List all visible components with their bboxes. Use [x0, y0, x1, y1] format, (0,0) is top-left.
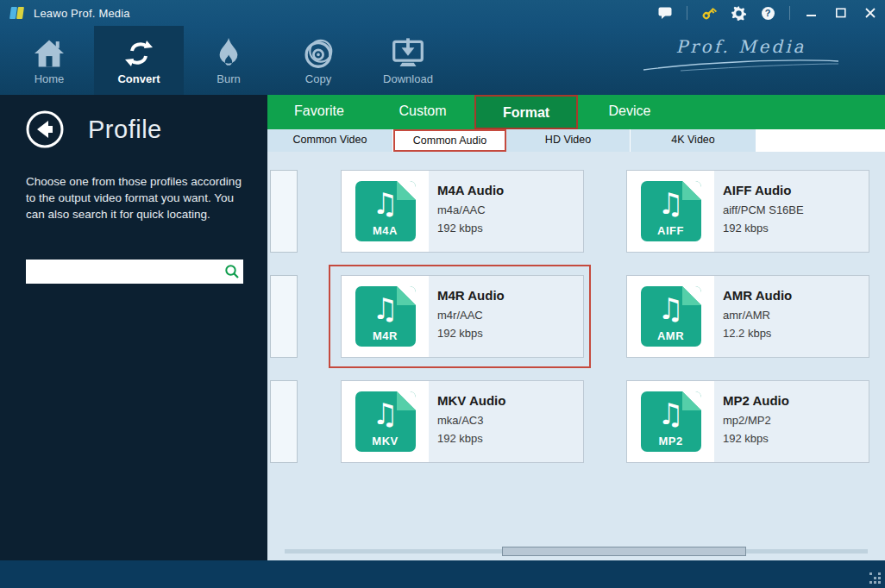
nav-label: Download — [363, 72, 453, 85]
format-badge: AIFF — [641, 224, 701, 237]
subtab-4k-video[interactable]: 4K Video — [631, 129, 756, 152]
convert-arrows-icon — [94, 36, 184, 71]
profile-card-mp2[interactable]: ♫ MP2 MP2 Audio mp2/MP2 192 kbps — [626, 380, 869, 463]
profile-title: M4A Audio — [437, 183, 583, 197]
main-tab-bar: Favorite Custom Format Device — [267, 95, 885, 129]
profile-codec: m4a/AAC — [437, 203, 583, 216]
profile-codec: mp2/MP2 — [723, 414, 869, 427]
format-badge: MKV — [355, 435, 416, 447]
file-icon-wrap: ♫ MKV — [342, 381, 429, 462]
profile-card-m4r[interactable]: ♫ M4R M4R Audio m4r/AAC 192 kbps — [341, 275, 584, 358]
profile-codec: aiff/PCM S16BE — [723, 203, 869, 216]
profile-grid: ♫ M4A M4A Audio m4a/AAC 192 kbps ♫ AIFF … — [267, 152, 885, 560]
nav-item-copy[interactable]: Copy — [273, 26, 363, 95]
app-window: Leawo Prof. Media ? — [0, 0, 885, 588]
nav-label: Convert — [94, 72, 184, 85]
profile-card-aiff[interactable]: ♫ AIFF AIFF Audio aiff/PCM S16BE 192 kbp… — [626, 170, 869, 253]
profile-title: MKV Audio — [437, 393, 583, 408]
profile-card-amr[interactable]: ♫ AMR AMR Audio amr/AMR 12.2 kbps — [626, 275, 869, 358]
titlebar-separator — [687, 6, 687, 20]
music-note-icon: ♫ — [641, 186, 701, 221]
profile-title: AIFF Audio — [723, 183, 869, 197]
audio-file-icon: ♫ M4R — [355, 286, 416, 347]
music-note-icon: ♫ — [641, 291, 701, 326]
profile-bitrate: 192 kbps — [723, 222, 869, 235]
file-icon-wrap: ♫ AMR — [627, 276, 714, 357]
nav-item-burn[interactable]: Burn — [184, 26, 273, 95]
file-icon-wrap: ♫ M4A — [342, 171, 429, 252]
brand-script: Prof. Media — [642, 36, 840, 76]
back-button[interactable] — [24, 109, 66, 150]
brand-underline-swoosh — [642, 57, 840, 72]
partial-card[interactable] — [270, 275, 298, 358]
tab-favorite[interactable]: Favorite — [267, 95, 371, 129]
tab-device[interactable]: Device — [578, 95, 681, 129]
file-icon-wrap: ♫ AIFF — [627, 171, 714, 252]
format-badge: AMR — [641, 329, 701, 342]
flame-icon — [184, 36, 273, 71]
file-icon-wrap: ♫ M4R — [342, 276, 429, 357]
nav-label: Burn — [184, 72, 273, 85]
maximize-button[interactable] — [833, 5, 849, 21]
close-button[interactable] — [863, 5, 878, 21]
subtab-common-audio[interactable]: Common Audio — [393, 129, 506, 152]
profile-card-m4a[interactable]: ♫ M4A M4A Audio m4a/AAC 192 kbps — [341, 170, 584, 253]
profile-title: MP2 Audio — [723, 393, 869, 408]
profile-title: AMR Audio — [723, 288, 869, 303]
subtab-hd-video[interactable]: HD Video — [506, 129, 631, 152]
music-note-icon: ♫ — [641, 397, 701, 431]
profile-title: M4R Audio — [437, 288, 583, 303]
nav-item-convert[interactable]: Convert — [94, 26, 184, 95]
partial-card[interactable] — [270, 380, 298, 463]
audio-file-icon: ♫ M4A — [355, 181, 416, 241]
main-navbar: Home Convert Burn Copy — [0, 26, 885, 95]
key-icon[interactable] — [701, 5, 717, 21]
profile-codec: amr/AMR — [723, 309, 869, 322]
partial-card[interactable] — [270, 170, 298, 253]
brand-script-text: Prof. Media — [642, 36, 840, 57]
search-input[interactable] — [31, 261, 221, 282]
audio-file-icon: ♫ AMR — [641, 286, 701, 347]
profile-bitrate: 192 kbps — [437, 222, 583, 235]
download-icon — [363, 36, 453, 71]
nav-item-download[interactable]: Download — [363, 26, 453, 95]
audio-file-icon: ♫ MP2 — [641, 391, 701, 452]
message-icon[interactable] — [657, 5, 673, 21]
format-badge: M4A — [355, 224, 416, 237]
subtab-filler — [756, 129, 885, 152]
music-note-icon: ♫ — [355, 186, 416, 221]
app-logo-icon — [10, 6, 25, 20]
search-icon[interactable] — [221, 260, 243, 283]
format-badge: MP2 — [641, 435, 701, 447]
tab-format[interactable]: Format — [474, 95, 578, 129]
profile-search — [26, 260, 243, 284]
profile-bitrate: 192 kbps — [437, 432, 583, 445]
file-icon-wrap: ♫ MP2 — [627, 381, 714, 462]
help-icon[interactable]: ? — [760, 5, 775, 21]
format-badge: M4R — [355, 329, 416, 342]
profile-codec: m4r/AAC — [437, 309, 583, 322]
profile-bitrate: 12.2 kbps — [723, 327, 869, 340]
nav-label: Copy — [273, 72, 363, 85]
titlebar-separator — [789, 6, 790, 20]
minimize-button[interactable] — [804, 5, 819, 21]
profile-sidebar: Profile Choose one from those profiles a… — [0, 95, 267, 560]
tab-custom[interactable]: Custom — [371, 95, 474, 129]
horizontal-scrollbar-thumb[interactable] — [502, 547, 746, 556]
sidebar-title: Profile — [88, 116, 162, 144]
music-note-icon: ♫ — [355, 291, 416, 326]
sub-tab-bar: Common Video Common Audio HD Video 4K Vi… — [267, 129, 885, 152]
audio-file-icon: ♫ AIFF — [641, 181, 701, 241]
resize-grip[interactable] — [869, 572, 872, 575]
nav-item-home[interactable]: Home — [4, 26, 94, 95]
profile-card-mkv[interactable]: ♫ MKV MKV Audio mka/AC3 192 kbps — [341, 380, 584, 463]
sidebar-description: Choose one from those profiles according… — [26, 173, 248, 222]
window-title: Leawo Prof. Media — [34, 7, 130, 20]
music-note-icon: ♫ — [355, 397, 416, 431]
gear-icon[interactable] — [731, 5, 746, 21]
nav-label: Home — [4, 72, 94, 85]
profile-codec: mka/AC3 — [437, 414, 583, 427]
subtab-common-video[interactable]: Common Video — [267, 129, 393, 152]
disc-icon — [273, 36, 363, 71]
title-bar: Leawo Prof. Media ? — [0, 0, 885, 26]
